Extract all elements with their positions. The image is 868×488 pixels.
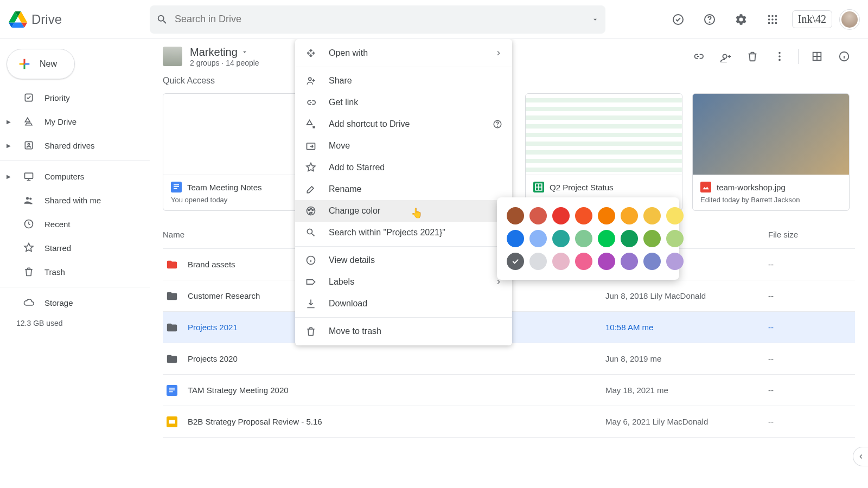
quick-access-card[interactable]: Q2 Project Status (525, 93, 682, 211)
table-row[interactable]: Projects 2020 Jun 8, 2019 me -- (163, 343, 855, 375)
svg-point-14 (28, 144, 29, 145)
breadcrumb-title[interactable]: Marketing (190, 46, 259, 59)
svg-rect-15 (25, 173, 33, 178)
svg-point-37 (309, 78, 311, 80)
color-swatch[interactable] (621, 230, 638, 247)
view-toggle-button[interactable] (806, 46, 828, 67)
color-swatch[interactable] (666, 207, 684, 224)
sidebar-item-trash[interactable]: Trash (0, 260, 150, 284)
svg-point-8 (775, 18, 777, 21)
ctx-rename[interactable]: Rename (295, 178, 512, 200)
color-swatch[interactable] (507, 253, 524, 270)
search-bar[interactable] (150, 5, 605, 34)
svg-rect-27 (174, 188, 177, 189)
file-type-icon (171, 182, 182, 192)
settings-icon[interactable] (729, 8, 753, 31)
svg-point-16 (26, 197, 29, 200)
column-header-size[interactable]: File size (768, 230, 855, 239)
svg-point-10 (771, 22, 774, 24)
color-swatch[interactable] (552, 230, 570, 247)
trash-button[interactable] (742, 46, 763, 67)
file-icon (166, 290, 178, 302)
quick-access-card[interactable]: team-workshop.jpg Edited today by Barret… (692, 93, 850, 211)
account-avatar[interactable] (840, 10, 859, 29)
apps-icon[interactable] (761, 8, 784, 31)
svg-point-42 (308, 209, 310, 211)
ctx-search[interactable]: Search within "Projects 2021}" (295, 222, 512, 243)
search-options-icon[interactable] (591, 16, 599, 23)
color-swatch[interactable] (666, 253, 684, 270)
sidebar-item-shared-drives[interactable]: ▶Shared drives (0, 133, 150, 157)
color-swatch[interactable] (575, 230, 592, 247)
color-swatch[interactable] (507, 207, 524, 224)
get-link-button[interactable] (687, 46, 709, 67)
ctx-label: Change color (329, 206, 380, 216)
color-swatch[interactable] (643, 230, 661, 247)
ctx-share[interactable]: Share (295, 70, 512, 92)
svg-rect-26 (174, 186, 179, 187)
table-row[interactable]: B2B Strategy Proposal Review - 5.16 May … (163, 406, 855, 438)
label-icon (305, 277, 317, 287)
ctx-label[interactable]: Labels (295, 271, 512, 293)
sidebar-item-shared-with-me[interactable]: Shared with me (0, 188, 150, 212)
nav-icon (23, 140, 35, 151)
drive-logo-icon (9, 11, 27, 28)
drive-logo[interactable]: Drive (9, 11, 150, 28)
ctx-link[interactable]: Get link (295, 92, 512, 113)
color-swatch[interactable] (575, 253, 592, 270)
nav-icon (23, 171, 35, 182)
sidebar-item-my-drive[interactable]: ▶My Drive (0, 110, 150, 133)
color-swatch[interactable] (552, 207, 570, 224)
card-subtitle: Edited today by Barrett Jackson (700, 196, 841, 204)
svg-rect-36 (169, 420, 175, 423)
side-panel-toggle[interactable] (853, 447, 868, 466)
link-icon (305, 97, 317, 108)
color-swatch[interactable] (621, 253, 638, 270)
help-icon[interactable] (698, 8, 722, 31)
ctx-color[interactable]: Change color (295, 200, 512, 222)
color-swatch[interactable] (621, 207, 638, 224)
new-button[interactable]: New (7, 49, 75, 79)
color-swatch[interactable] (552, 253, 570, 270)
color-swatch[interactable] (666, 230, 684, 247)
ctx-download[interactable]: Download (295, 293, 512, 314)
sidebar-item-storage[interactable]: Storage (0, 291, 150, 314)
ctx-label: Share (329, 76, 352, 86)
ctx-trash[interactable]: Move to trash (295, 320, 512, 342)
workspace-badge[interactable]: Ink\42 (792, 10, 832, 28)
svg-point-43 (310, 208, 312, 210)
sidebar-item-priority[interactable]: Priority (0, 86, 150, 110)
offline-ready-icon[interactable] (666, 8, 690, 31)
ctx-move[interactable]: Move (295, 135, 512, 157)
table-row[interactable]: TAM Strategy Meeting 2020 May 18, 2021 m… (163, 375, 855, 406)
file-type-icon (700, 182, 711, 192)
color-swatch[interactable] (598, 253, 615, 270)
color-swatch[interactable] (529, 207, 547, 224)
card-preview (526, 94, 682, 175)
color-swatch[interactable] (507, 230, 524, 247)
ctx-info[interactable]: View details (295, 249, 512, 271)
color-swatch[interactable] (529, 253, 547, 270)
color-swatch[interactable] (643, 253, 661, 270)
sidebar-item-recent[interactable]: Recent (0, 212, 150, 236)
color-swatch[interactable] (598, 207, 615, 224)
plus-icon (17, 56, 32, 72)
color-swatch[interactable] (575, 207, 592, 224)
help-icon[interactable] (493, 119, 502, 129)
breadcrumb-subtitle: 2 groups · 14 people (190, 59, 259, 67)
color-swatch[interactable] (598, 230, 615, 247)
ctx-label: Labels (329, 277, 354, 287)
details-button[interactable] (833, 46, 855, 67)
search-input[interactable] (175, 14, 585, 25)
sidebar-item-computers[interactable]: ▶Computers (0, 164, 150, 188)
share-button[interactable] (714, 46, 736, 67)
more-actions-button[interactable] (769, 46, 790, 67)
color-swatch[interactable] (643, 207, 661, 224)
star-icon (305, 162, 317, 173)
ctx-star[interactable]: Add to Starred (295, 157, 512, 178)
sidebar-item-starred[interactable]: Starred (0, 236, 150, 260)
color-swatch[interactable] (529, 230, 547, 247)
ctx-open[interactable]: Open with (295, 42, 512, 64)
ctx-shortcut[interactable]: Add shortcut to Drive (295, 113, 512, 135)
svg-point-20 (778, 55, 781, 57)
